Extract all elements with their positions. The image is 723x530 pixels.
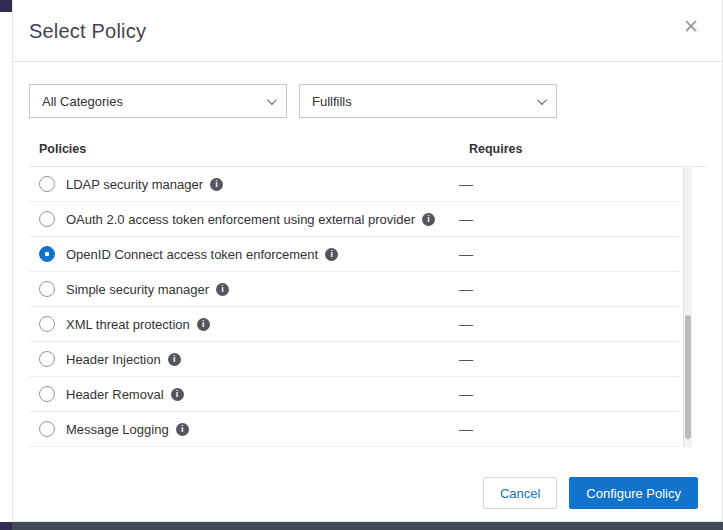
policy-label: LDAP security manager [66,177,203,192]
policy-radio[interactable] [39,421,55,437]
policy-radio[interactable] [39,281,55,297]
page-background-sidebar-bottom [0,522,12,530]
info-icon[interactable]: i [422,213,435,226]
policy-row[interactable]: LDAP security manager i — [29,167,679,202]
policy-row[interactable]: XML threat protection i — [29,307,679,342]
policy-radio[interactable] [39,176,55,192]
dialog-title: Select Policy [29,20,698,43]
requires-value: — [459,211,473,227]
cancel-button[interactable]: Cancel [483,477,557,509]
policy-row[interactable]: Header Removal i — [29,377,679,412]
page-background-bottom-bar [0,522,723,530]
requires-value: — [459,421,473,437]
requires-value: — [459,246,473,262]
policy-radio[interactable] [39,351,55,367]
info-icon[interactable]: i [210,178,223,191]
policy-row[interactable]: Message Logging i — [29,412,679,447]
configure-policy-button[interactable]: Configure Policy [569,477,698,509]
requires-value: — [459,316,473,332]
policy-row[interactable]: Simple security manager i — [29,272,679,307]
info-icon[interactable]: i [168,353,181,366]
dialog-header: Select Policy ✕ [13,0,722,62]
policy-label: Message Logging [66,422,169,437]
info-icon[interactable]: i [216,283,229,296]
fulfills-dropdown-value: Fullfills [312,94,352,109]
requires-value: — [459,386,473,402]
info-icon[interactable]: i [197,318,210,331]
scrollbar-track[interactable] [683,167,692,447]
info-icon[interactable]: i [171,388,184,401]
policy-row[interactable]: Header Injection i — [29,342,679,377]
categories-dropdown[interactable]: All Categories [29,84,287,118]
policy-radio[interactable] [39,316,55,332]
policy-radio[interactable] [39,246,55,262]
dialog-footer: Cancel Configure Policy [483,477,698,509]
table-header: Policies Requires [29,142,706,158]
info-icon[interactable]: i [325,248,338,261]
fulfills-dropdown[interactable]: Fullfills [299,84,557,118]
policy-list: LDAP security manager i — OAuth 2.0 acce… [29,167,706,447]
filter-bar: All Categories Fullfills [29,84,706,118]
policy-row[interactable]: OAuth 2.0 access token enforcement using… [29,202,679,237]
policy-label: OpenID Connect access token enforcement [66,247,318,262]
policy-label: XML threat protection [66,317,190,332]
policy-label: Header Injection [66,352,161,367]
requires-value: — [459,176,473,192]
close-icon[interactable]: ✕ [678,14,704,40]
column-header-requires: Requires [469,142,523,156]
scrollbar-thumb[interactable] [685,315,691,438]
policy-label: Simple security manager [66,282,209,297]
policy-row[interactable]: OpenID Connect access token enforcement … [29,237,679,272]
requires-value: — [459,351,473,367]
policy-radio[interactable] [39,211,55,227]
policy-label: Header Removal [66,387,164,402]
info-icon[interactable]: i [176,423,189,436]
column-header-policies: Policies [39,142,86,156]
chevron-down-icon [267,95,277,105]
categories-dropdown-value: All Categories [42,94,123,109]
chevron-down-icon [537,95,547,105]
policy-list-container: LDAP security manager i — OAuth 2.0 acce… [29,166,706,447]
policy-radio[interactable] [39,386,55,402]
page-background-sidebar-corner [0,0,12,12]
select-policy-dialog: Select Policy ✕ All Categories Fullfills… [12,0,723,522]
requires-value: — [459,281,473,297]
policy-label: OAuth 2.0 access token enforcement using… [66,212,415,227]
